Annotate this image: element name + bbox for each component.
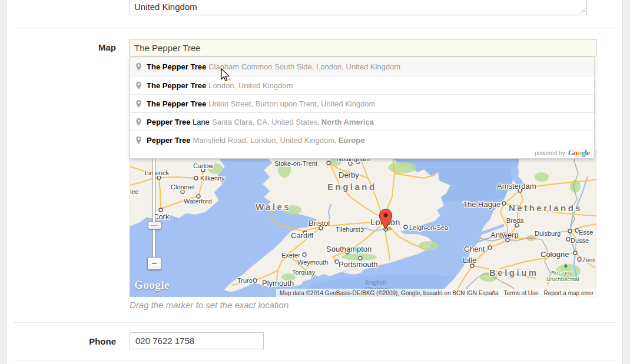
map-label: Portsmouth [339, 260, 377, 269]
suggestion-row[interactable]: The Pepper TreeUnion Street, Burton upon… [130, 94, 594, 112]
map-label: Cologne [541, 250, 569, 259]
suggestion-main: Pepper Tree [147, 136, 190, 145]
map-label: Carlow [193, 162, 213, 169]
city-dot [327, 161, 330, 165]
map-label: Lille [463, 256, 476, 265]
page-right-gutter[interactable] [622, 0, 630, 364]
map-label: The Hague [463, 200, 500, 209]
powered-by-text: powered by [535, 150, 565, 156]
google-logo-letter: e [587, 148, 590, 157]
map-label: Ghent [464, 245, 485, 253]
map-label: Clonmel [171, 183, 194, 191]
map-label: Torquay [292, 269, 316, 276]
suggestion-secondary: Clapham Common South Side, London, Unite… [208, 62, 400, 71]
city-dot [159, 208, 163, 212]
suggestion-main: The Pepper Tree [147, 99, 206, 108]
section-divider [14, 28, 616, 28]
map-label: Kilkenny [200, 175, 225, 182]
country-textarea[interactable]: United Kingdom [130, 0, 587, 15]
zoom-slider-track[interactable] [152, 156, 155, 258]
google-map-watermark[interactable]: Google [134, 279, 170, 292]
city-dot [502, 202, 506, 205]
map-label: Netherlands [509, 203, 582, 213]
map-label: Stoke-on-Trent [274, 160, 317, 167]
map-label: Cork [153, 212, 170, 221]
google-map[interactable]: leeLimerickCarlowKilkennyClonmelWaterfor… [130, 150, 596, 297]
city-dot [488, 246, 492, 249]
map-canvas[interactable]: leeLimerickCarlowKilkennyClonmelWaterfor… [130, 150, 596, 297]
location-pin-icon [135, 62, 142, 71]
report-map-error-link[interactable]: Report a map error [544, 290, 593, 296]
map-label: Esse [579, 229, 593, 236]
map-label: Waterford [184, 198, 212, 205]
suggestion-region: Europe [339, 136, 365, 145]
suggestion-main-rest: Lane [190, 118, 210, 126]
city-dot [568, 229, 572, 233]
suggestion-row[interactable]: The Pepper TreeLondon, United Kingdom [130, 76, 594, 94]
map-label: Weymouth [297, 259, 328, 266]
map-label: Cardiff [291, 231, 313, 240]
suggestion-main: The Pepper Tree [147, 81, 206, 90]
map-label: Amsterdam [497, 182, 536, 191]
google-logo: Google [568, 149, 590, 157]
map-label: Dusse [571, 237, 589, 244]
map-label: Antwerp [490, 231, 519, 239]
city-dot [360, 228, 363, 232]
map-label: Derby [339, 171, 359, 179]
map-attribution-text: Map data ©2014 GeoBasis-DE/BKG (©2009), … [280, 290, 499, 296]
google-logo-letter: G [568, 148, 574, 157]
location-pin-icon [135, 118, 142, 126]
map-label: Zentr [582, 257, 596, 263]
map-field-label: Map [0, 42, 116, 52]
map-label: Tilehurst [336, 226, 360, 233]
zoom-out-button[interactable]: − [147, 257, 161, 270]
map-label: lee [130, 188, 139, 195]
suggestion-row[interactable]: Pepper TreeMansfield Road, London, Unite… [130, 131, 594, 149]
zoom-slider-thumb[interactable] [148, 222, 161, 229]
map-label: Duisburg [535, 230, 561, 237]
map-label: Bruchbachtal [546, 276, 579, 282]
city-dot [253, 279, 257, 282]
textarea-resize-handle[interactable] [580, 8, 586, 14]
city-dot [404, 225, 407, 229]
page-left-gutter [0, 0, 7, 364]
map-label: Wales [256, 202, 291, 212]
location-pin-icon [135, 99, 142, 108]
suggestion-secondary: Santa Clara, CA, United States, [212, 118, 320, 126]
form-page: United Kingdom Map [0, 0, 630, 364]
map-label: Bristol [309, 219, 330, 228]
map-label: Plymouth [262, 279, 294, 288]
map-label: Limerick [145, 169, 169, 176]
map-attribution-bar: Map data ©2014 GeoBasis-DE/BKG (©2009), … [276, 289, 596, 297]
suggestion-secondary: Mansfield Road, London, United Kingdom, [193, 136, 336, 145]
city-dot [194, 176, 198, 180]
map-label: English [365, 279, 386, 286]
powered-by-google: powered by Google [130, 149, 594, 158]
suggestion-main: The Pepper Tree [147, 62, 206, 71]
phone-input[interactable] [130, 332, 264, 349]
map-hint-text: Drag the marker to set the exact locatio… [130, 300, 289, 310]
suggestion-secondary: Union Street, Burton upon Trent, United … [208, 99, 375, 108]
suggestion-main: Pepper Tree [147, 118, 190, 126]
city-dot [303, 253, 306, 256]
city-dot [573, 251, 577, 255]
suggestion-row[interactable]: Pepper Tree LaneSanta Clara, CA, United … [130, 112, 594, 131]
map-label: Rot- und [551, 269, 572, 276]
terms-of-use-link[interactable]: Terms of Use [504, 290, 539, 296]
location-pin-icon [135, 136, 142, 145]
suggestion-region: North America [321, 118, 374, 126]
location-pin-icon [135, 81, 142, 90]
city-dot [566, 238, 570, 241]
map-label: Breda [506, 217, 524, 224]
map-label: Leigh-on-Sea [409, 224, 449, 231]
map-label: England [327, 182, 377, 192]
map-label: Belgium [489, 268, 539, 278]
phone-field-label: Phone [0, 336, 116, 346]
suggestion-secondary: London, United Kingdom [208, 81, 293, 90]
section-divider [14, 322, 616, 323]
map-label: Truro [237, 277, 253, 284]
suggestion-row[interactable]: The Pepper TreeClapham Common South Side… [130, 58, 594, 76]
section-divider [14, 360, 616, 360]
map-search-input[interactable] [130, 39, 596, 56]
city-dot [578, 258, 581, 261]
